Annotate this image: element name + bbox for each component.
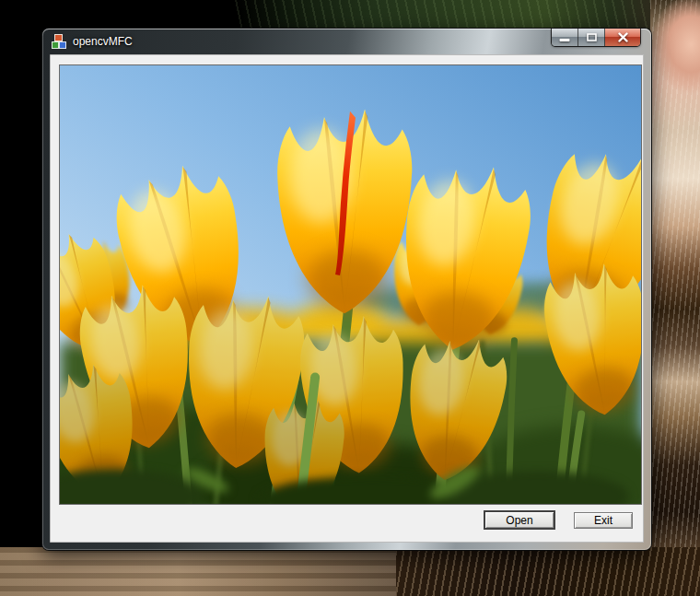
- caption-button-group: [552, 29, 640, 46]
- open-button-label: Open: [506, 514, 532, 527]
- minimize-icon: [559, 33, 570, 42]
- wallpaper-cat-fur-right: [650, 0, 700, 596]
- maximize-button[interactable]: [578, 29, 605, 46]
- tulip-image-canvas: [60, 65, 641, 504]
- open-button[interactable]: Open: [484, 510, 555, 530]
- minimize-button[interactable]: [552, 29, 578, 46]
- wallpaper-cat-fur-bottom: [396, 547, 700, 596]
- tulip-image: [59, 64, 642, 505]
- exit-button[interactable]: Exit: [574, 512, 633, 529]
- exit-button-label: Exit: [594, 514, 612, 527]
- close-icon: [618, 32, 628, 42]
- dialog-client-area: Open Exit: [50, 54, 644, 543]
- mfc-app-icon[interactable]: [52, 34, 66, 49]
- maximize-icon: [587, 33, 597, 41]
- wallpaper-blurred-floor: [0, 547, 396, 596]
- desktop: opencvMFC: [0, 0, 700, 596]
- close-button[interactable]: [605, 29, 640, 46]
- window-title: opencvMFC: [73, 35, 133, 48]
- opencvmfc-window: opencvMFC: [42, 29, 651, 550]
